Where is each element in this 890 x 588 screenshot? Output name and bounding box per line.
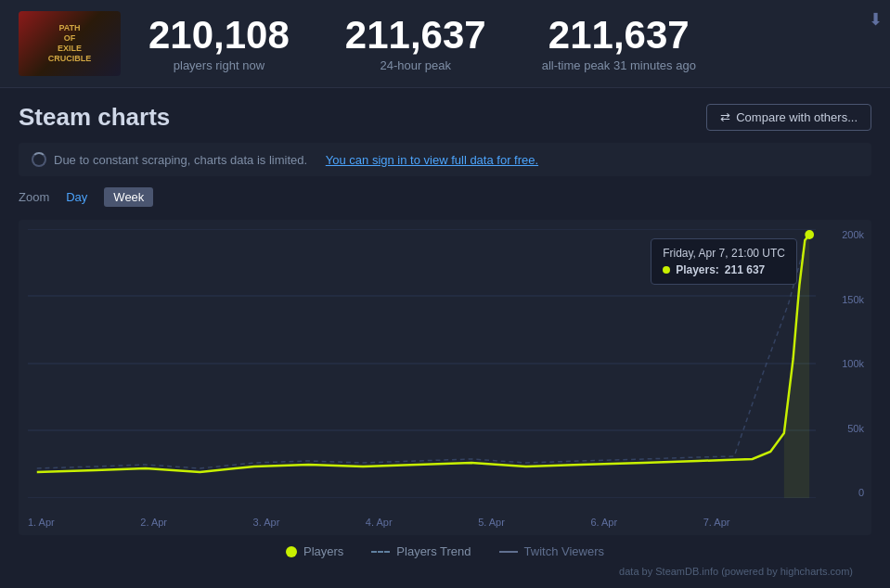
svg-point-6 — [805, 230, 814, 239]
stats-container: 210,108 players right now 211,637 24-hou… — [148, 16, 871, 72]
x-label-3apr: 3. Apr — [253, 517, 280, 528]
tooltip-players-label: Players: — [676, 263, 719, 276]
x-label-5apr: 5. Apr — [478, 517, 505, 528]
y-label-0: 0 — [858, 487, 864, 498]
alltime-peak-label: all-time peak 31 minutes ago — [542, 58, 696, 72]
notice-text: Due to constant scraping, charts data is… — [54, 153, 307, 167]
tooltip-players-value: 211 637 — [725, 263, 765, 276]
zoom-week-button[interactable]: Week — [104, 187, 153, 207]
y-axis: 200k 150k 100k 50k 0 — [820, 229, 871, 498]
y-label-200k: 200k — [842, 229, 864, 240]
chart-area: Friday, Apr 7, 21:00 UTC Players: 211 63… — [19, 220, 871, 535]
download-button[interactable]: ⬇ — [869, 9, 883, 30]
tooltip-dot — [663, 266, 670, 274]
x-label-2apr: 2. Apr — [140, 517, 167, 528]
charts-section: Steam charts ⇄ Compare with others... Du… — [0, 88, 890, 582]
tooltip-date: Friday, Apr 7, 21:00 UTC — [663, 247, 785, 260]
legend-trend-dash — [371, 551, 390, 553]
stat-24h-peak: 211,637 24-hour peak — [345, 16, 486, 72]
compare-icon: ⇄ — [720, 110, 730, 124]
y-label-50k: 50k — [847, 423, 864, 434]
loading-icon — [32, 152, 46, 167]
game-logo-text: PATHOFEXILECRUCIBLE — [48, 23, 92, 63]
chart-tooltip: Friday, Apr 7, 21:00 UTC Players: 211 63… — [651, 238, 797, 285]
legend-twitch: Twitch Viewers — [499, 544, 604, 558]
x-axis: 1. Apr 2. Apr 3. Apr 4. Apr 5. Apr 6. Ap… — [28, 517, 816, 528]
24h-peak-number: 211,637 — [345, 16, 486, 55]
24h-peak-label: 24-hour peak — [380, 58, 451, 72]
current-players-label: players right now — [174, 58, 264, 72]
x-label-4apr: 4. Apr — [366, 517, 393, 528]
notice-bar: Due to constant scraping, charts data is… — [19, 143, 871, 176]
notice-link[interactable]: You can sign in to view full data for fr… — [326, 153, 538, 167]
y-label-100k: 100k — [842, 358, 864, 369]
page-header: PATHOFEXILECRUCIBLE 210,108 players righ… — [0, 0, 890, 88]
zoom-controls: Zoom Day Week — [19, 187, 153, 207]
current-players-number: 210,108 — [148, 16, 290, 55]
attribution: data by SteamDB.info (powered by highcha… — [19, 562, 871, 582]
game-logo: PATHOFEXILECRUCIBLE — [19, 11, 121, 76]
legend-players-label: Players — [303, 544, 343, 558]
legend-twitch-line — [499, 551, 518, 553]
charts-header: Steam charts ⇄ Compare with others... — [19, 103, 871, 132]
legend-twitch-label: Twitch Viewers — [524, 544, 604, 558]
legend-trend: Players Trend — [371, 544, 471, 558]
x-label-6apr: 6. Apr — [590, 517, 617, 528]
zoom-day-button[interactable]: Day — [57, 187, 97, 207]
stat-current-players: 210,108 players right now — [148, 16, 290, 72]
compare-button[interactable]: ⇄ Compare with others... — [706, 104, 871, 131]
charts-title: Steam charts — [19, 103, 170, 132]
tooltip-players: Players: 211 637 — [663, 263, 785, 276]
alltime-peak-number: 211,637 — [548, 16, 690, 55]
zoom-label: Zoom — [19, 190, 49, 204]
legend-players-dot — [286, 546, 297, 557]
compare-button-label: Compare with others... — [736, 110, 858, 124]
stat-alltime-peak: 211,637 all-time peak 31 minutes ago — [542, 16, 696, 72]
legend-trend-label: Players Trend — [396, 544, 471, 558]
legend-players: Players — [286, 544, 343, 558]
y-label-150k: 150k — [842, 294, 864, 305]
x-label-1apr: 1. Apr — [28, 517, 55, 528]
chart-legend: Players Players Trend Twitch Viewers — [19, 535, 871, 562]
x-label-7apr: 7. Apr — [703, 517, 730, 528]
